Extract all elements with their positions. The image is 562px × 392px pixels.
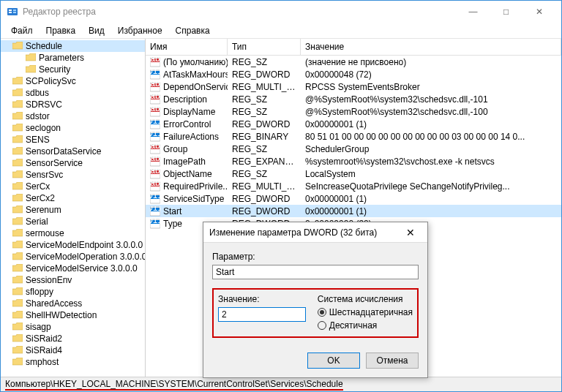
value-type: REG_SZ [228, 107, 301, 117]
close-button[interactable]: ✕ [522, 1, 555, 23]
list-row[interactable]: ab(По умолчанию)REG_SZ(значение не присв… [146, 56, 561, 68]
radio-dec-label: Десятичная [329, 320, 378, 331]
tree-item[interactable]: SiSRaid4 [1, 344, 145, 356]
value-type: REG_DWORD [228, 69, 301, 80]
header-name[interactable]: Имя [146, 39, 228, 55]
svg-text:ab: ab [150, 107, 160, 113]
list-row[interactable]: abDisplayNameREG_SZ@%SystemRoot%\system3… [146, 105, 561, 118]
tree-item[interactable]: SCPolicySvc [1, 75, 145, 87]
svg-text:011: 011 [150, 69, 160, 76]
minimize-button[interactable]: — [457, 1, 490, 23]
tree-item[interactable]: Serial [1, 216, 145, 227]
svg-text:011: 011 [150, 206, 160, 213]
folder-icon [12, 206, 23, 214]
tree-item[interactable]: sdstor [1, 110, 145, 122]
menu-help[interactable]: Справка [170, 24, 216, 37]
radix-label: Система исчисления [318, 294, 413, 304]
folder-icon [12, 323, 23, 331]
tree-item[interactable]: sermouse [1, 227, 145, 239]
reg-value-icon: ab [150, 107, 160, 117]
list-row[interactable]: 011AtTaskMaxHoursREG_DWORD0x00000048 (72… [146, 68, 561, 80]
value-data: 0x00000001 (1) [301, 194, 561, 204]
maximize-button[interactable]: □ [490, 1, 522, 23]
reg-value-icon: ab [150, 169, 160, 179]
tree-item[interactable]: ServiceModelService 3.0.0.0 [1, 263, 145, 274]
ok-button[interactable]: OK [307, 353, 360, 369]
tree-item-label: sermouse [26, 227, 64, 239]
folder-icon [26, 53, 36, 62]
list-row[interactable]: 011ServiceSidTypeREG_DWORD0x00000001 (1) [146, 192, 561, 205]
svg-rect-3 [13, 10, 16, 11]
tree-item[interactable]: SensrSvc [1, 169, 145, 181]
value-input[interactable] [218, 307, 306, 322]
tree-item[interactable]: Security [1, 64, 145, 75]
menu-file[interactable]: Файл [5, 24, 39, 37]
dialog-close-button[interactable]: ✕ [400, 227, 422, 238]
value-data: 0x00000048 (72) [301, 69, 561, 80]
menu-bar: Файл Правка Вид Избранное Справка [1, 23, 561, 39]
tree-item[interactable]: Schedule [1, 40, 145, 52]
list-row[interactable]: 011StartREG_DWORD0x00000001 (1) [146, 205, 561, 217]
list-row[interactable]: abDependOnServiceREG_MULTI_SZRPCSS Syste… [146, 80, 561, 93]
tree-panel[interactable]: ScheduleParametersSecuritySCPolicySvcsdb… [1, 39, 146, 377]
tree-item[interactable]: sfloppy [1, 286, 145, 298]
menu-favorites[interactable]: Избранное [112, 24, 168, 37]
list-row[interactable]: abRequiredPrivile...REG_MULTI_SZSeIncrea… [146, 180, 561, 192]
folder-icon [12, 135, 23, 144]
tree-item-label: SiSRaid4 [26, 344, 62, 356]
tree-item[interactable]: SessionEnv [1, 274, 145, 286]
folder-icon [12, 100, 23, 109]
folder-icon [12, 147, 23, 156]
value-name: (По умолчанию) [163, 57, 228, 67]
tree-item[interactable]: SerCx2 [1, 192, 145, 204]
status-path: Компьютер\HKEY_LOCAL_MACHINE\SYSTEM\Curr… [5, 379, 343, 391]
tree-item[interactable]: SDRSVC [1, 99, 145, 110]
folder-icon [12, 358, 23, 366]
value-name: ImagePath [163, 157, 206, 167]
header-value[interactable]: Значение [301, 39, 561, 55]
list-row[interactable]: abImagePathREG_EXPAND_SZ%systemroot%\sys… [146, 155, 561, 167]
tree-item[interactable]: SENS [1, 134, 145, 146]
tree-item-label: SerCx [26, 181, 50, 192]
reg-value-icon: 011 [150, 206, 160, 216]
tree-item[interactable]: SensorDataService [1, 146, 145, 157]
folder-icon [12, 346, 23, 355]
folder-icon [12, 241, 23, 249]
folder-icon [12, 217, 23, 226]
folder-icon [12, 159, 23, 167]
list-row[interactable]: abObjectNameREG_SZLocalSystem [146, 167, 561, 180]
menu-edit[interactable]: Правка [40, 24, 82, 37]
tree-item[interactable]: seclogon [1, 122, 145, 134]
folder-icon [12, 42, 23, 50]
list-row[interactable]: abGroupREG_SZSchedulerGroup [146, 143, 561, 155]
param-input[interactable] [212, 265, 419, 279]
tree-item[interactable]: SensorService [1, 157, 145, 169]
svg-text:ab: ab [150, 157, 160, 163]
radio-hex[interactable]: Шестнадцатеричная [318, 307, 413, 317]
tree-item[interactable]: SharedAccess [1, 298, 145, 309]
menu-view[interactable]: Вид [83, 24, 110, 37]
value-data: 80 51 01 00 00 00 00 00 00 00 00 00 03 0… [301, 132, 561, 142]
tree-item[interactable]: sisagp [1, 321, 145, 333]
tree-item-label: SensorDataService [26, 146, 101, 157]
header-type[interactable]: Тип [228, 39, 301, 55]
reg-value-icon: ab [150, 144, 160, 154]
tree-item[interactable]: Parameters [1, 52, 145, 64]
tree-item[interactable]: SiSRaid2 [1, 333, 145, 344]
tree-item[interactable]: ServiceModelOperation 3.0.0.0 [1, 251, 145, 263]
radio-dec-dot [318, 321, 326, 330]
tree-item[interactable]: sdbus [1, 87, 145, 99]
window-title: Редактор реестра [23, 7, 457, 17]
tree-item[interactable]: SerCx [1, 181, 145, 192]
list-row[interactable]: 011FailureActionsREG_BINARY80 51 01 00 0… [146, 130, 561, 143]
list-row[interactable]: abDescriptionREG_SZ@%SystemRoot%\system3… [146, 93, 561, 105]
radio-dec[interactable]: Десятичная [318, 320, 413, 331]
folder-icon [12, 299, 23, 308]
tree-item[interactable]: smphost [1, 356, 145, 368]
tree-item[interactable]: ServiceModelEndpoint 3.0.0.0 [1, 239, 145, 251]
tree-item[interactable]: ShellHWDetection [1, 309, 145, 321]
list-row[interactable]: 011ErrorControlREG_DWORD0x00000001 (1) [146, 118, 561, 130]
cancel-button[interactable]: Отмена [366, 353, 419, 369]
tree-item[interactable]: Serenum [1, 204, 145, 216]
tree-item-label: sdbus [26, 87, 49, 99]
